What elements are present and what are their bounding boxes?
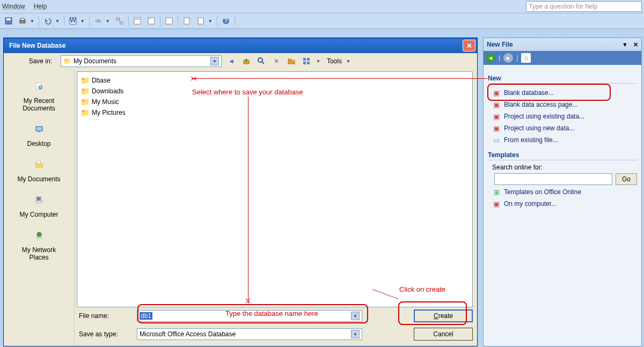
svg-rect-31 <box>38 131 40 132</box>
list-item[interactable]: 📁Dbase <box>80 75 469 86</box>
link-text: Project using existing data... <box>504 113 584 120</box>
list-item[interactable]: 📁My Pictures <box>80 107 469 118</box>
computer-icon <box>28 190 50 210</box>
script-icon[interactable] <box>180 14 193 27</box>
help-icon[interactable]: ? <box>219 14 232 27</box>
save-icon[interactable] <box>2 14 15 27</box>
section-new: New <box>488 75 637 84</box>
search-icon[interactable] <box>256 56 267 67</box>
close-icon[interactable]: ✕ <box>463 40 475 51</box>
svg-text:W: W <box>70 17 76 24</box>
code-icon[interactable] <box>163 14 175 27</box>
menu-window[interactable]: Window <box>2 3 25 10</box>
svg-rect-17 <box>198 18 203 24</box>
dialog-title: File New Database <box>9 42 65 49</box>
place-label: Desktop <box>27 140 50 147</box>
place-mydocs[interactable]: My Documents <box>10 153 69 185</box>
up-icon[interactable] <box>241 56 252 67</box>
db-icon: ▣ <box>492 100 501 109</box>
module-icon[interactable] <box>194 14 207 27</box>
place-mycomputer[interactable]: My Computer <box>10 188 69 220</box>
dropdown-arrow-icon[interactable]: ▼ <box>55 19 62 24</box>
word-icon[interactable]: W <box>67 14 79 27</box>
relationship-icon[interactable] <box>113 14 126 27</box>
svg-point-7 <box>98 20 101 22</box>
views-icon[interactable] <box>301 56 312 67</box>
menu-help[interactable]: Help <box>34 3 47 10</box>
link-icon[interactable] <box>92 14 105 27</box>
chevron-down-icon[interactable]: ▼ <box>351 312 360 320</box>
file-list[interactable]: 📁Dbase 📁Downloads 📁My Music 📁My Pictures <box>77 71 473 307</box>
svg-line-21 <box>262 62 264 64</box>
go-button[interactable]: Go <box>616 173 637 185</box>
dropdown-arrow-icon[interactable]: ▼ <box>30 19 36 24</box>
svg-rect-23 <box>303 58 306 61</box>
link-project-new[interactable]: ▣Project using new data... <box>488 122 637 134</box>
tools-menu[interactable]: Tools <box>327 57 342 65</box>
dropdown-arrow-icon[interactable]: ▼ <box>106 19 112 24</box>
svg-rect-37 <box>36 237 41 239</box>
place-desktop[interactable]: Desktop <box>10 117 69 150</box>
folder-icon: 📁 <box>80 108 90 117</box>
link-text: From existing file... <box>504 136 558 144</box>
place-label: My Network Places <box>12 246 67 261</box>
svg-rect-1 <box>6 18 11 20</box>
undo-icon[interactable] <box>41 14 54 27</box>
savein-combo[interactable]: 📁 My Documents ▼ <box>61 55 222 67</box>
nav-forward-icon[interactable]: ► <box>503 53 513 63</box>
network-icon <box>28 226 50 245</box>
folder-name: Dbase <box>92 77 111 84</box>
nav-back-icon[interactable]: ◄ <box>486 53 495 63</box>
db-icon: ▣ <box>492 124 501 132</box>
svg-rect-14 <box>149 18 151 20</box>
chevron-down-icon[interactable]: ▼ <box>351 330 360 338</box>
print-icon[interactable] <box>16 14 29 27</box>
properties-icon[interactable] <box>131 14 144 27</box>
svg-text:?: ? <box>224 17 228 24</box>
svg-rect-26 <box>307 62 310 64</box>
home-icon[interactable]: ⌂ <box>521 53 531 63</box>
filename-input[interactable]: db1▼ <box>137 310 362 322</box>
link-text: Blank database... <box>504 89 554 97</box>
link-blank-database[interactable]: ▣Blank database... <box>488 87 637 99</box>
savein-value: My Documents <box>74 57 116 65</box>
list-item[interactable]: 📁My Music <box>80 97 469 107</box>
link-office-online[interactable]: ⊞Templates on Office Online <box>488 186 637 198</box>
link-on-computer[interactable]: ▣On my computer... <box>488 198 637 210</box>
link-project-existing[interactable]: ▣Project using existing data... <box>488 110 637 122</box>
svg-point-22 <box>292 58 295 61</box>
dropdown-arrow-icon[interactable]: ▼ <box>346 59 353 64</box>
svg-rect-9 <box>120 22 123 24</box>
svg-point-20 <box>258 58 262 62</box>
list-item[interactable]: 📁Downloads <box>80 86 469 97</box>
folder-icon: 📁 <box>80 98 90 106</box>
saveas-combo[interactable]: Microsoft Office Access Database▼ <box>137 328 362 340</box>
place-recent[interactable]: My Recent Documents <box>10 75 69 114</box>
link-blank-page[interactable]: ▣Blank data access page... <box>488 99 637 110</box>
chevron-down-icon[interactable]: ▼ <box>622 41 628 48</box>
back-icon[interactable]: ◄ <box>226 56 237 67</box>
dropdown-arrow-icon[interactable]: ▼ <box>316 59 323 64</box>
cancel-button[interactable]: Cancel <box>414 328 473 341</box>
folder-name: My Music <box>92 98 119 106</box>
dropdown-arrow-icon[interactable]: ▼ <box>80 19 87 24</box>
link-from-existing[interactable]: ▭From existing file... <box>488 134 637 146</box>
template-search-input[interactable] <box>494 173 612 185</box>
svg-rect-34 <box>37 197 40 200</box>
place-label: My Recent Documents <box>12 97 67 112</box>
svg-rect-16 <box>184 18 189 24</box>
close-icon[interactable]: ✕ <box>633 41 638 48</box>
chevron-down-icon[interactable]: ▼ <box>210 57 219 65</box>
section-templates: Templates <box>488 151 637 160</box>
create-button[interactable]: Create <box>414 309 473 322</box>
dropdown-arrow-icon[interactable]: ▼ <box>208 19 215 24</box>
svg-rect-32 <box>36 161 40 164</box>
delete-icon[interactable]: ✕ <box>271 56 282 67</box>
help-search-box[interactable]: Type a question for help <box>526 1 642 12</box>
place-network[interactable]: My Network Places <box>10 224 69 263</box>
svg-line-10 <box>119 19 120 23</box>
folder-name: My Pictures <box>92 109 126 116</box>
file-new-database-dialog: File New Database ✕ Save in: 📁 My Docume… <box>3 38 478 346</box>
new-folder-icon[interactable] <box>286 56 297 67</box>
form-icon[interactable] <box>145 14 158 27</box>
